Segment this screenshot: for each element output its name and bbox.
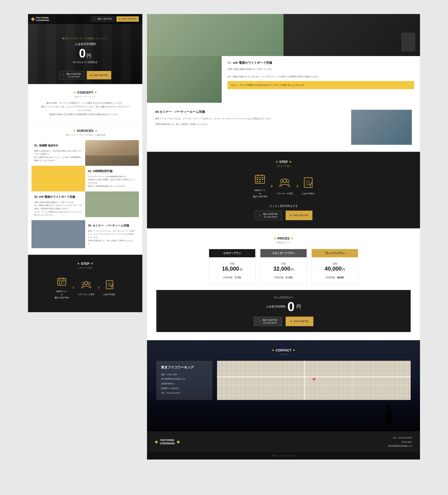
wifi-yellow-box: さらに、チームで作業をされる方にはホワイトボードの貸し出しもございます。 [227,81,414,89]
step-subtitle-right: 入会までの流れ [156,165,411,168]
svg-point-11 [88,282,90,285]
campaign-btns: 📞 電話で見学予約 01-1234-5678 🖥 Webで見学予約 [163,316,404,326]
hero-web-btn[interactable]: 🖥 Webで見学予約 [87,71,111,79]
service-04-row: 04. セミナー・パーティーム完備 東京フリコワーキングには、コワーキングスペー… [31,220,139,249]
seminar-section: 04.セミナー・パーティールーム完備 東京フリコワーキングには、コワーキングスペ… [147,103,420,152]
service-02-content: 02. 24時間利用可能 コワーキングスペースは24時間利用可能です。 仕事終わ… [85,166,139,192]
step-right-item-1: WEBサイトor電話で見学予約 [253,174,267,198]
contact-content: CONTACT アクセス 東京フリコワーキング 電話：¥123-4567 東京都… [156,348,411,424]
price-monthly-label-3: 月額 [316,262,353,265]
hero-main-text: 入会初月利用料 [62,42,108,46]
phone-icon: 📞 [63,74,65,76]
step-title-left: STEP [33,262,138,265]
diamond-icon [77,262,79,264]
wifi-content: 03.wifi 電源ホワイトボード完備 作業に必要な施設の設備はすべて揃っていま… [222,56,420,103]
service-03-photo [85,192,139,217]
service-04-content: 04. セミナー・パーティーム完備 東京フリコワーキングには、コワーキングスペー… [85,220,139,249]
svg-rect-21 [259,179,261,180]
top-phone-btn[interactable]: 📞 電話で見学予約 [91,16,115,22]
step-item-1: WEBサイトor電話で見学予約 [54,275,69,300]
step-right-label-2: コワーキング見学 [276,192,293,195]
diamond-icon [291,237,293,239]
service-03-row: 03. wifi 電源ホワイトボード完備 作業に必要な施設の設備はすべて揃ってい… [31,192,139,220]
service-01-row: 01. 池袋駅 徒歩5分 駅前から徒歩5分という好立地な場所にあるため多くのアク… [31,140,139,166]
svg-rect-28 [304,178,312,188]
right-photo-2 [284,14,420,56]
phone-icon: 📞 [94,18,96,20]
step-section-left: STEP 入会までの流れ [28,255,142,312]
left-column: TOKYOFREE COWORKING 📞 電話で見学予約 🖥 Webで見学予約 [28,14,142,459]
hero-price: 0 [79,47,86,59]
svg-rect-5 [61,281,62,282]
hero-period: 8月31日までの期間限定 [62,61,108,64]
hero-cta-buttons: 📞 電話で見学予約 01-1234-5678 🖥 Webで見学予約 [59,71,111,79]
step-arrow-2: › [98,285,100,290]
hero-top-buttons: 📞 電話で見学予約 🖥 Webで見学予約 [91,16,139,22]
price-3-amount: 40,000 円 [316,265,353,272]
svg-rect-7 [59,283,60,284]
service-01-title: 01. 池袋駅 徒歩5分 [34,144,82,148]
svg-rect-20 [257,179,258,180]
seminar-title: 04.セミナー・パーティールーム完備 [155,110,345,114]
right-column: 03.wifi 電源ホワイトボード完備 作業に必要な施設の設備はすべて揃っていま… [147,14,420,459]
campaign-web-btn[interactable]: 🖥 Webで見学予約 [286,316,313,326]
phone-icon: 📞 [259,214,262,217]
diamond-icon [74,92,76,93]
diamond-icon [91,262,93,264]
price-2-amount: 32,000 円 [265,265,302,272]
step-right-label-3: 入会の手続き [302,192,315,195]
service-03-content: 03. wifi 電源ホワイトボード完備 作業に必要な施設の設備はすべて揃ってい… [31,192,85,220]
hero-content: 東京フリコワーキング特別キャンペーン 入会初月利用料 0 円 8月31日までの期… [62,37,108,64]
diamond-icon [274,237,276,239]
right-photo-1 [147,14,284,56]
logo: TOKYOFREE COWORKING [31,17,49,22]
svg-rect-22 [262,179,263,180]
campaign-phone-btn[interactable]: 📞 電話で見学予約 01-1234-5678 [254,316,282,326]
diamond-icon [293,349,295,351]
seminar-desc-1: 東京フリコワーキングには、コワーキングスペース以外にも、セミナールームやパーティ… [155,117,345,121]
wifi-photo [147,56,222,103]
prices-section: PRICES 月額料金プラン ビギナープラン 月額 16,000 円 [147,228,420,340]
logo-diamond-icon [31,17,35,21]
service-01-content: 01. 池袋駅 徒歩5分 駅前から徒歩5分という好立地な場所にあるため多くのアク… [31,140,85,166]
price-card-3-body: 月額 40,000 円 利用回数 無制限 [312,257,358,284]
svg-rect-6 [63,281,64,282]
step-cta-label: さっそく見学予約をする [156,204,411,208]
service-02-row: 02. 24時間利用可能 コワーキングスペースは24時間利用可能です。 仕事終わ… [31,166,139,192]
step-title-right: STEP [156,160,411,164]
top-web-btn[interactable]: 🖥 Webで見学予約 [117,16,139,22]
step-phone-btn[interactable]: 📞 電話で見学予約 01-1234-5678 [255,211,282,220]
step-web-btn[interactable]: 🖥 Webで見学予約 [286,211,312,220]
wifi-desc: 作業に必要な施設の設備はすべて揃っています。 wifi・電源が完備されているため… [227,67,414,79]
service-02-yellow [31,166,85,192]
service-04-title: 04. セミナー・パーティーム完備 [88,224,136,228]
step-cta-buttons: 📞 電話で見学予約 01-1234-5678 🖥 Webで見学予約 [156,211,411,220]
concept-subtitle: 東京フリコワーキング [33,95,138,98]
step-right-item-2: コワーキング見学 [276,177,293,195]
hero-phone-btn[interactable]: 📞 電話で見学予約 01-1234-5678 [59,71,84,79]
svg-rect-8 [61,283,62,284]
price-card-1: ビギナープラン 月額 16,000 円 利用回数 月 8回 [209,249,255,284]
services-title: SURVICES [31,129,139,133]
diamond-icon [272,349,274,351]
footer-tel: TEL：01-1234-5678 ¥123-4567 東京都豊島区東池袋1-3-… [388,436,412,448]
diamond-icon [276,161,277,163]
price-card-2: スタンダードプラン 月額 32,000 円 利用回数 月16回 [260,249,307,284]
hero-top-bar: TOKYOFREE COWORKING 📞 電話で見学予約 🖥 Webで見学予約 [28,14,142,24]
contact-inner: 東京フリコワーキング 電話：¥123-4567 東京都豊島区東池袋1-9-8 池… [156,361,411,400]
diamond-icon [95,130,97,132]
services-subtitle: 東京フリコワーキングの充実した施設設備 [31,134,139,137]
step-flow-left: WEBサイトor電話で見学予約 › [33,275,138,300]
svg-point-25 [283,179,287,182]
price-card-2-header: スタンダードプラン [260,249,307,257]
contact-section: CONTACT アクセス 東京フリコワーキング 電話：¥123-4567 東京都… [147,340,420,432]
concept-title: CONCEPT [33,91,138,94]
price-card-3-header: プレミアムプラン [312,249,358,257]
step-label-1: WEBサイトor電話で見学予約 [54,290,69,300]
wifi-title: 03.wifi 電源ホワイトボード完備 [227,61,414,65]
footer-copyright: ©東京フリコワーキング 2020 [147,452,420,459]
step-label-3: 入会の手続き [103,293,116,296]
diamond-icon [73,130,75,132]
price-card-3: プレミアムプラン 月額 40,000 円 利用回数 無制限 [312,249,358,284]
campaign-price: 0 [288,300,295,313]
